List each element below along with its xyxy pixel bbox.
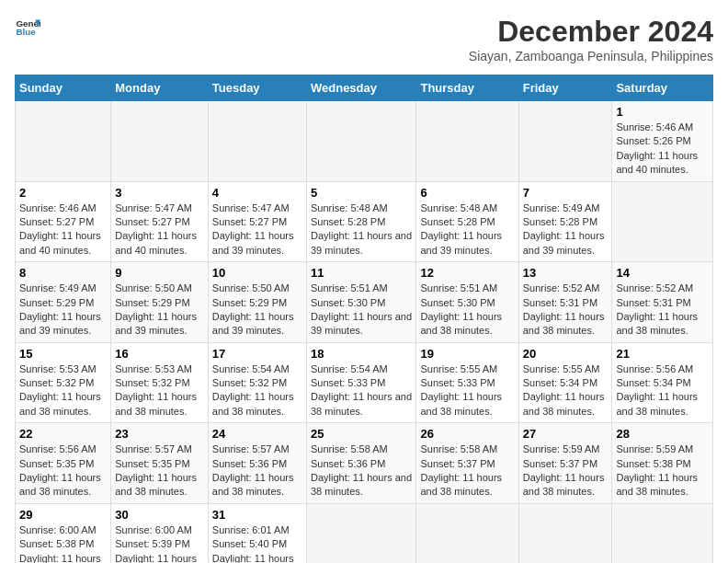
calendar-cell: 23Sunrise: 5:57 AMSunset: 5:35 PMDayligh… [111,423,209,504]
calendar-cell: 30Sunrise: 6:00 AMSunset: 5:39 PMDayligh… [111,503,209,563]
calendar-cell: 2Sunrise: 5:46 AMSunset: 5:27 PMDaylight… [16,181,111,262]
calendar-cell: 17Sunrise: 5:54 AMSunset: 5:32 PMDayligh… [208,342,306,423]
calendar-cell: 5Sunrise: 5:48 AMSunset: 5:28 PMDaylight… [306,181,415,262]
calendar-cell-empty [416,503,518,563]
calendar-cell: 25Sunrise: 5:58 AMSunset: 5:36 PMDayligh… [306,423,415,504]
calendar-cell-empty [16,101,111,182]
calendar-cell: 16Sunrise: 5:53 AMSunset: 5:32 PMDayligh… [111,342,209,423]
calendar-cell: 20Sunrise: 5:55 AMSunset: 5:34 PMDayligh… [518,342,612,423]
calendar-cell-empty [612,181,713,262]
weekday-header: Friday [518,75,612,101]
calendar-cell: 10Sunrise: 5:50 AMSunset: 5:29 PMDayligh… [208,262,306,343]
calendar-cell: 3Sunrise: 5:47 AMSunset: 5:27 PMDaylight… [111,181,209,262]
calendar-cell: 27Sunrise: 5:59 AMSunset: 5:37 PMDayligh… [518,423,612,504]
weekday-header: Monday [111,75,209,101]
calendar-cell-empty [111,101,209,182]
calendar-cell: 24Sunrise: 5:57 AMSunset: 5:36 PMDayligh… [208,423,306,504]
logo: General Blue [15,15,40,40]
calendar-cell-empty [518,503,612,563]
calendar-cell-empty [306,503,415,563]
calendar-cell: 26Sunrise: 5:58 AMSunset: 5:37 PMDayligh… [416,423,518,504]
logo-icon: General Blue [15,15,40,40]
calendar-cell: 21Sunrise: 5:56 AMSunset: 5:34 PMDayligh… [612,342,713,423]
title-area: December 2024 Siayan, Zamboanga Peninsul… [469,15,713,63]
calendar-cell: 12Sunrise: 5:51 AMSunset: 5:30 PMDayligh… [416,262,518,343]
svg-text:Blue: Blue [16,27,36,37]
weekday-header: Saturday [612,75,713,101]
weekday-header-row: SundayMondayTuesdayWednesdayThursdayFrid… [16,75,713,101]
calendar-week-row: 22Sunrise: 5:56 AMSunset: 5:35 PMDayligh… [16,423,713,504]
calendar-cell: 28Sunrise: 5:59 AMSunset: 5:38 PMDayligh… [612,423,713,504]
calendar-cell-empty [518,101,612,182]
calendar-cell: 6Sunrise: 5:48 AMSunset: 5:28 PMDaylight… [416,181,518,262]
calendar-cell: 7Sunrise: 5:49 AMSunset: 5:28 PMDaylight… [518,181,612,262]
page-subtitle: Siayan, Zamboanga Peninsula, Philippines [469,49,713,63]
calendar-week-row: 1Sunrise: 5:46 AMSunset: 5:26 PMDaylight… [16,101,713,182]
calendar-cell: 13Sunrise: 5:52 AMSunset: 5:31 PMDayligh… [518,262,612,343]
weekday-header: Thursday [416,75,518,101]
calendar-cell: 1Sunrise: 5:46 AMSunset: 5:26 PMDaylight… [612,101,713,182]
calendar-week-row: 15Sunrise: 5:53 AMSunset: 5:32 PMDayligh… [16,342,713,423]
weekday-header: Sunday [16,75,111,101]
calendar-cell: 29Sunrise: 6:00 AMSunset: 5:38 PMDayligh… [16,503,111,563]
calendar-cell: 22Sunrise: 5:56 AMSunset: 5:35 PMDayligh… [16,423,111,504]
calendar-cell: 14Sunrise: 5:52 AMSunset: 5:31 PMDayligh… [612,262,713,343]
calendar-cell: 15Sunrise: 5:53 AMSunset: 5:32 PMDayligh… [16,342,111,423]
calendar-cell: 4Sunrise: 5:47 AMSunset: 5:27 PMDaylight… [208,181,306,262]
calendar-cell: 18Sunrise: 5:54 AMSunset: 5:33 PMDayligh… [306,342,415,423]
header: General Blue December 2024 Siayan, Zambo… [15,15,713,63]
calendar-week-row: 8Sunrise: 5:49 AMSunset: 5:29 PMDaylight… [16,262,713,343]
calendar-cell: 31Sunrise: 6:01 AMSunset: 5:40 PMDayligh… [208,503,306,563]
calendar-cell: 8Sunrise: 5:49 AMSunset: 5:29 PMDaylight… [16,262,111,343]
weekday-header: Wednesday [306,75,415,101]
calendar-cell: 11Sunrise: 5:51 AMSunset: 5:30 PMDayligh… [306,262,415,343]
calendar-week-row: 2Sunrise: 5:46 AMSunset: 5:27 PMDaylight… [16,181,713,262]
weekday-header: Tuesday [208,75,306,101]
calendar-cell-empty [612,503,713,563]
calendar-cell-empty [306,101,415,182]
calendar-cell: 19Sunrise: 5:55 AMSunset: 5:33 PMDayligh… [416,342,518,423]
calendar-cell-empty [208,101,306,182]
calendar-cell-empty [416,101,518,182]
calendar-table: SundayMondayTuesdayWednesdayThursdayFrid… [15,75,713,563]
calendar-week-row: 29Sunrise: 6:00 AMSunset: 5:38 PMDayligh… [16,503,713,563]
page-title: December 2024 [469,15,713,49]
calendar-cell: 9Sunrise: 5:50 AMSunset: 5:29 PMDaylight… [111,262,209,343]
